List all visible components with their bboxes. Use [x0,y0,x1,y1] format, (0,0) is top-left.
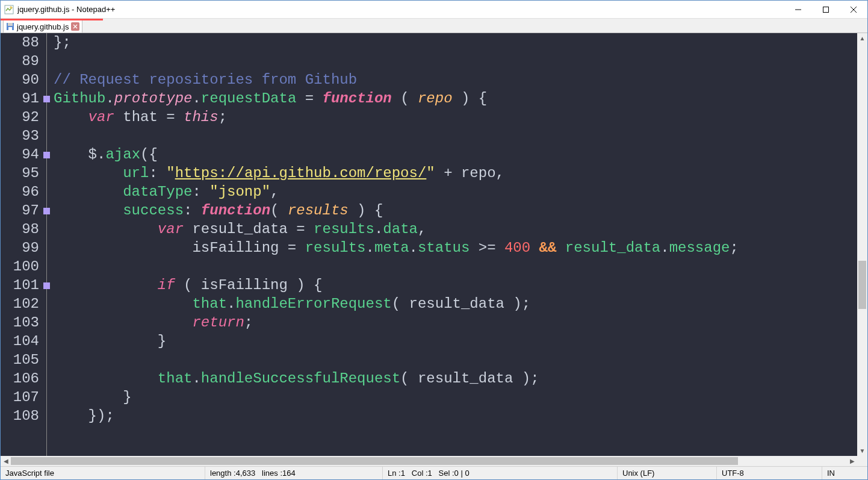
app-icon [4,5,14,14]
code-token: result_data [565,240,660,256]
tab-filename: jquery.github.js [17,22,69,31]
fold-marker[interactable] [43,96,50,102]
scroll-thumb[interactable] [858,261,866,309]
code-token: && [539,240,557,256]
code-token: isFailling [201,277,288,293]
code-token: requestData [201,90,296,107]
code-area[interactable]: }; // Request repositories from Github G… [54,33,857,456]
svg-rect-7 [8,27,12,30]
code-token: that [123,109,158,125]
scroll-left-icon[interactable]: ◀ [1,456,11,466]
code-token: that [158,370,193,387]
vertical-scrollbar[interactable]: ▲ ▼ [857,33,867,456]
status-length: length : 4,633 lines : 164 [205,467,383,479]
code-token: }; [54,34,71,51]
code-token: data [383,221,418,237]
code-token: isFailling [192,240,279,256]
code-token: prototype [114,90,193,107]
maximize-button[interactable] [812,1,840,19]
code-token: result_data [192,221,287,237]
code-token: " [426,165,435,181]
code-token: dataType [123,184,192,200]
code-token: $ [88,146,97,163]
window-title: jquery.github.js - Notepad++ [17,5,115,14]
code-token: url [123,165,149,181]
status-filetype: JavaScript file [1,467,205,479]
scroll-thumb[interactable] [11,457,738,465]
code-token: handleErrorRequest [235,296,391,312]
code-token: meta [374,240,409,256]
status-position: Ln : 1 Col : 1 Sel : 0 | 0 [383,467,618,479]
code-token: message [669,240,730,256]
code-token: repo [418,90,453,107]
code-token: handleSuccessfulRequest [201,370,400,387]
tab-close-icon[interactable] [71,22,79,31]
code-keyword: function [323,90,392,107]
tab-file[interactable]: jquery.github.js [3,20,82,33]
code-token: this [184,109,219,125]
code-token: success [123,202,184,219]
fold-marker[interactable] [43,152,50,158]
titlebar: jquery.github.js - Notepad++ [1,1,867,19]
status-eol: Unix (LF) [618,467,717,479]
code-url: https://api.github.com/repos/ [175,165,427,181]
svg-rect-6 [8,23,13,26]
code-token: results [305,240,366,256]
tabbar: jquery.github.js [1,19,867,33]
code-keyword: return [192,314,244,331]
code-token: results [314,221,374,237]
disk-icon [6,22,14,31]
line-number-gutter: 88 89 90 91 92 93 94 95 96 97 98 99 100 … [1,33,43,456]
code-token: result_data [418,370,513,387]
fold-column[interactable] [43,33,54,456]
scroll-right-icon[interactable]: ▶ [847,456,857,466]
code-token: status [418,240,470,256]
code-token: " [166,165,175,181]
code-token: Github [54,90,105,107]
code-keyword: if [158,277,175,293]
svg-rect-2 [823,7,829,12]
editor[interactable]: 88 89 90 91 92 93 94 95 96 97 98 99 100 … [1,33,867,456]
code-token: that [192,296,227,312]
code-keyword: function [201,202,270,219]
code-token: repo [461,165,496,181]
code-keyword: var [158,221,184,237]
code-token: 400 [504,240,530,256]
code-token: ajax [105,146,140,163]
scroll-up-icon[interactable]: ▲ [857,33,867,43]
code-token: results [288,202,349,219]
fold-marker[interactable] [43,208,50,214]
fold-marker[interactable] [43,282,50,289]
code-keyword: var [88,109,114,125]
code-token: result_data [409,296,504,312]
code-token: "jsonp" [209,184,270,200]
close-button[interactable] [840,1,867,19]
status-insert-mode: IN [822,467,867,479]
code-comment: // Request repositories from Github [54,72,357,88]
statusbar: JavaScript file length : 4,633 lines : 1… [1,466,867,479]
scroll-down-icon[interactable]: ▼ [857,446,867,456]
minimize-button[interactable] [784,1,812,19]
status-encoding: UTF-8 [717,467,822,479]
horizontal-scrollbar[interactable]: ◀ ▶ [1,456,867,466]
scroll-corner [857,456,867,466]
